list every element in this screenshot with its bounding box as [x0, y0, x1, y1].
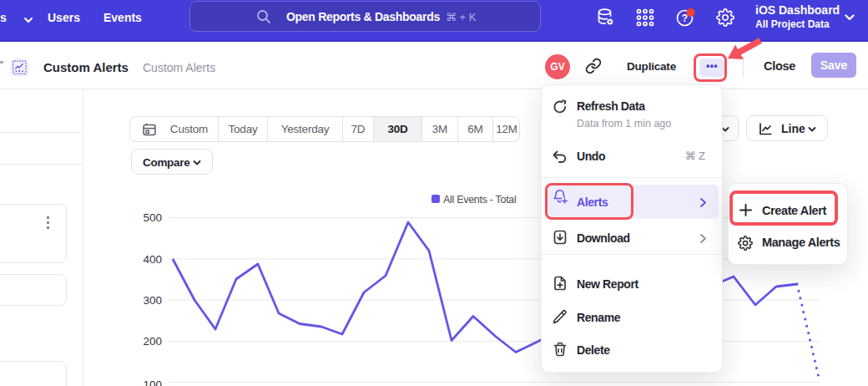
svg-text:All Events - Total: All Events - Total	[443, 194, 516, 206]
svg-text:400: 400	[143, 253, 162, 266]
svg-text:100: 100	[143, 378, 162, 386]
svg-text:200: 200	[143, 335, 162, 348]
svg-text:500: 500	[143, 211, 162, 224]
svg-text:300: 300	[143, 294, 162, 307]
